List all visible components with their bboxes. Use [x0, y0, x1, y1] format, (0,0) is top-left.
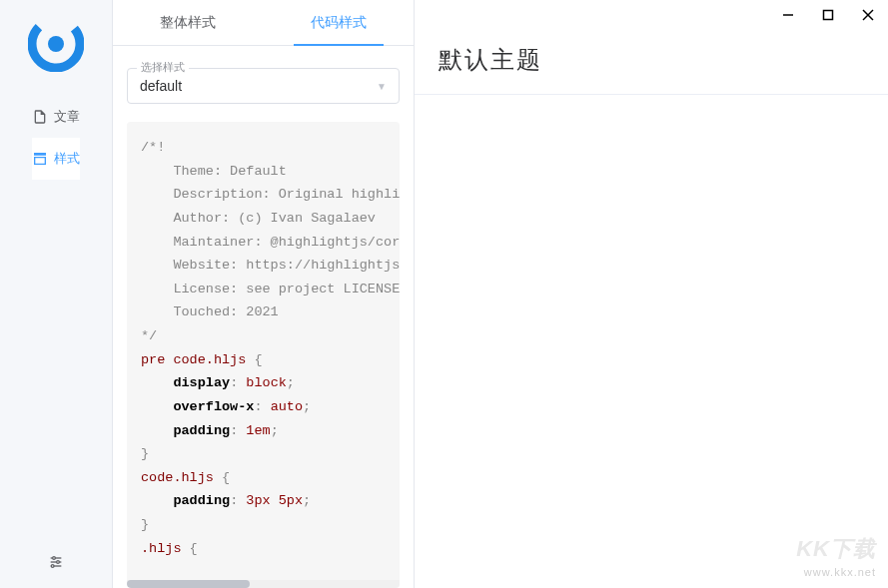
style-select-wrapper: 选择样式 default ▼: [127, 68, 400, 104]
horizontal-scrollbar[interactable]: [127, 580, 400, 588]
document-icon: [32, 109, 48, 125]
nav-item-articles[interactable]: 文章: [32, 96, 80, 138]
close-button[interactable]: [848, 0, 888, 30]
watermark: KK下载 www.kkx.net: [796, 534, 876, 580]
titlebar: [415, 0, 888, 30]
page-title: 默认主题: [415, 30, 888, 95]
middle-panel: 整体样式代码样式 选择样式 default ▼ /*! Theme: Defau…: [113, 0, 415, 588]
code-line: /*!: [141, 136, 400, 160]
code-line: code.hljs {: [141, 466, 400, 490]
style-icon: [32, 151, 48, 167]
code-line: Theme: Default: [141, 160, 400, 184]
scrollbar-thumb[interactable]: [127, 580, 250, 588]
svg-point-1: [48, 36, 64, 52]
code-line: */: [141, 324, 400, 348]
code-line: display: block;: [141, 371, 400, 395]
nav-label: 样式: [54, 150, 80, 168]
code-line: Description: Original highli: [141, 183, 400, 207]
code-preview: /*! Theme: Default Description: Original…: [127, 122, 400, 588]
svg-point-7: [51, 565, 54, 568]
app-logo: [28, 16, 84, 72]
svg-point-5: [57, 561, 60, 564]
svg-rect-9: [824, 11, 833, 20]
svg-point-3: [53, 557, 56, 560]
nav-label: 文章: [54, 108, 80, 126]
watermark-small: www.kkx.net: [796, 565, 876, 580]
code-line: padding: 1em;: [141, 419, 400, 443]
sidebar: 文章样式: [0, 0, 113, 588]
select-value: default: [140, 78, 182, 94]
code-line: pre code.hljs {: [141, 348, 400, 372]
watermark-big: KK下载: [796, 534, 876, 565]
main-panel: 默认主题 KK下载 www.kkx.net: [415, 0, 888, 588]
nav-item-styles[interactable]: 样式: [32, 138, 80, 180]
code-line: .hljs {: [141, 537, 400, 561]
maximize-button[interactable]: [808, 0, 848, 30]
code-line: License: see project LICENSE: [141, 278, 400, 301]
select-label: 选择样式: [137, 60, 189, 75]
tab-0[interactable]: 整体样式: [113, 0, 264, 45]
code-line: }: [141, 513, 400, 537]
tabs: 整体样式代码样式: [113, 0, 414, 46]
code-line: overflow-x: auto;: [141, 395, 400, 419]
code-line: }: [141, 442, 400, 466]
minimize-button[interactable]: [768, 0, 808, 30]
caret-down-icon: ▼: [377, 81, 387, 92]
code-line: padding: 3px 5px;: [141, 489, 400, 513]
code-line: Touched: 2021: [141, 300, 400, 324]
sliders-icon: [48, 554, 64, 570]
settings-button[interactable]: [0, 536, 112, 588]
code-line: Maintainer: @highlightjs/cor: [141, 231, 400, 255]
code-line: Website: https://highlightjs: [141, 254, 400, 278]
tab-1[interactable]: 代码样式: [264, 0, 415, 45]
code-line: Author: (c) Ivan Sagalaev Maintainer: @h…: [141, 207, 400, 560]
